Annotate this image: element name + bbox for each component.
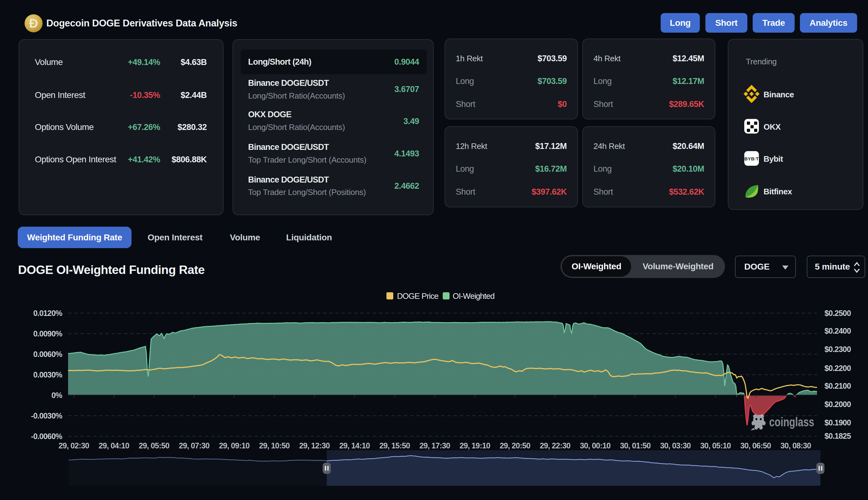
svg-text:29, 05:50: 29, 05:50: [139, 441, 169, 450]
svg-text:29, 10:50: 29, 10:50: [259, 441, 289, 450]
svg-text:$0.2500: $0.2500: [824, 309, 851, 317]
svg-text:0.0060%: 0.0060%: [33, 350, 62, 359]
svg-text:0.0120%: 0.0120%: [33, 309, 62, 317]
svg-text:29, 15:50: 29, 15:50: [379, 441, 410, 450]
svg-text:30, 03:30: 30, 03:30: [660, 441, 690, 450]
svg-text:-0.0060%: -0.0060%: [31, 432, 62, 441]
svg-text:29, 07:30: 29, 07:30: [179, 441, 209, 450]
svg-text:0.0090%: 0.0090%: [33, 329, 62, 338]
svg-text:29, 14:10: 29, 14:10: [339, 441, 370, 450]
svg-text:$0.2300: $0.2300: [824, 345, 851, 354]
svg-text:0%: 0%: [51, 391, 62, 400]
svg-text:$0.2000: $0.2000: [824, 400, 851, 409]
svg-text:30, 08:30: 30, 08:30: [780, 441, 811, 450]
svg-text:coinglass: coinglass: [769, 415, 814, 429]
svg-text:29, 09:10: 29, 09:10: [219, 441, 249, 450]
svg-text:29, 19:10: 29, 19:10: [459, 441, 490, 450]
svg-text:$0.2200: $0.2200: [824, 364, 851, 373]
svg-text:30, 06:50: 30, 06:50: [740, 441, 771, 450]
svg-text:30, 00:10: 30, 00:10: [580, 441, 610, 450]
svg-text:30, 01:50: 30, 01:50: [620, 441, 650, 450]
svg-text:29, 17:30: 29, 17:30: [419, 441, 450, 450]
svg-text:$0.1825: $0.1825: [824, 432, 851, 440]
svg-text:29, 12:30: 29, 12:30: [299, 441, 330, 450]
svg-text:0.0030%: 0.0030%: [33, 370, 62, 379]
svg-text:29, 20:50: 29, 20:50: [500, 441, 530, 450]
svg-text:29, 22:30: 29, 22:30: [540, 441, 570, 450]
svg-text:29, 04:10: 29, 04:10: [99, 441, 129, 450]
svg-text:$0.2400: $0.2400: [824, 327, 851, 335]
svg-text:BYBIT: BYBIT: [744, 156, 758, 161]
svg-text:$0.2100: $0.2100: [824, 382, 851, 390]
svg-text:-0.0030%: -0.0030%: [31, 411, 62, 420]
svg-text:$0.1900: $0.1900: [824, 418, 851, 427]
svg-text:29, 02:30: 29, 02:30: [58, 441, 89, 450]
svg-text:30, 05:10: 30, 05:10: [700, 441, 731, 450]
